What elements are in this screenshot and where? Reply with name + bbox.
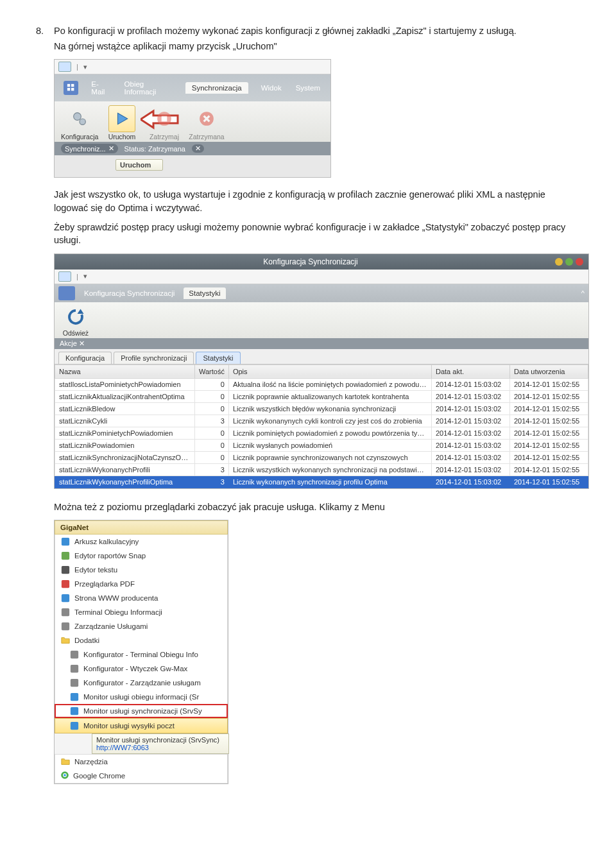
menu-item[interactable]: Konfigurator - Terminal Obiegu Info: [55, 647, 228, 662]
file-tab[interactable]: [64, 81, 78, 95]
menu-footer[interactable]: Google Chrome: [55, 769, 228, 784]
menu-item-label: Konfigurator - Wtyczek Gw-Max: [83, 665, 187, 672]
paragraph: Można też z poziomu przeglądarki zobaczy…: [54, 501, 580, 513]
tab-synchronizacja[interactable]: Synchronizacja: [185, 82, 248, 94]
menu-item[interactable]: Przeglądarka PDF: [55, 577, 228, 591]
menu-item-label: Konfigurator - Terminal Obiegu Info: [83, 651, 198, 658]
chrome-icon: [60, 771, 69, 781]
subtab-konfiguracja[interactable]: Konfiguracja: [58, 352, 112, 364]
menu-item-label: Edytor tekstu: [74, 566, 117, 574]
help-icon[interactable]: ^: [581, 289, 585, 297]
app-icon: [60, 536, 71, 547]
refresh-button[interactable]: Odśwież: [61, 306, 90, 337]
maximize-button[interactable]: [565, 258, 573, 266]
file-tab[interactable]: [58, 286, 75, 300]
close-button[interactable]: [576, 258, 583, 266]
table-row[interactable]: statLicznikAktualizacjiKontrahentOptima0…: [55, 390, 588, 402]
tab-widok[interactable]: Widok: [260, 82, 283, 94]
app-icon: [60, 593, 71, 603]
menu-item-label: Dodatki: [74, 637, 99, 644]
menu-item[interactable]: Terminal Obiegu Informacji: [55, 605, 228, 619]
uruchom-button[interactable]: Uruchom: [103, 105, 141, 141]
svg-rect-16: [62, 566, 69, 574]
tab-statystyki[interactable]: Statystyki: [184, 287, 225, 299]
screenshot-ribbon: | ▾ E-Mail Obieg Informacji Synchronizac…: [54, 59, 331, 178]
tab-system[interactable]: System: [295, 82, 321, 94]
menu-item[interactable]: Edytor tekstu: [55, 563, 228, 577]
app-icon: [60, 579, 71, 589]
qat-divider: |: [76, 63, 78, 71]
app-menu-button[interactable]: [58, 271, 71, 282]
status-left[interactable]: Synchroniz...✕: [61, 144, 118, 153]
close-icon[interactable]: ✕: [108, 144, 114, 153]
col-wartosc[interactable]: Wartość: [195, 364, 229, 378]
menu-item[interactable]: Strona WWW producenta: [55, 591, 228, 605]
tab-obieg[interactable]: Obieg Informacji: [123, 78, 174, 98]
tooltip: Uruchom: [116, 159, 163, 171]
svg-rect-20: [62, 622, 69, 630]
app-icon: [69, 706, 80, 716]
col-opis[interactable]: Opis: [228, 364, 431, 378]
konfiguracja-button[interactable]: Konfiguracja: [61, 105, 98, 141]
ribbon-tabs: E-Mail Obieg Informacji Synchronizacja W…: [55, 74, 330, 101]
menu-item[interactable]: Dodatki: [55, 633, 228, 647]
table-row[interactable]: statLicznikBledow0Licznik wszystkich błę…: [55, 402, 588, 415]
svg-rect-22: [71, 665, 78, 672]
screenshot-stats: Konfiguracja Synchronizacji | ▾ Konfigur…: [54, 253, 589, 489]
table-row[interactable]: statLicznikPowiadomien0Licznik wysłanych…: [55, 439, 588, 451]
table-row[interactable]: statLicznikWykonanychProfili3Licznik wsz…: [55, 463, 588, 475]
app-menu-button[interactable]: [58, 62, 71, 72]
table-row[interactable]: statLicznikWykonanychProfiliOptima›3Licz…: [55, 475, 588, 488]
subtabs: Konfiguracja Profile synchronizacji Stat…: [55, 349, 588, 364]
menu-item[interactable]: Konfigurator - Wtyczek Gw-Max: [55, 662, 228, 676]
zatrzymaj-button[interactable]: Zatrzymaj: [146, 105, 183, 141]
menu-item[interactable]: Monitor usługi obiegu informacji (Sr: [55, 690, 228, 704]
svg-point-4: [74, 113, 81, 121]
svg-rect-1: [71, 84, 74, 87]
menu-item[interactable]: Narzędzia: [55, 754, 228, 769]
col-data-utw[interactable]: Data utworzenia: [510, 364, 588, 378]
svg-rect-26: [71, 722, 78, 730]
menu-item-label: Zarządzanie Usługami: [74, 622, 148, 630]
gears-icon: [71, 110, 89, 128]
svg-point-5: [80, 119, 85, 124]
table-row[interactable]: statIloscListaPominietychPowiadomien0Akt…: [55, 378, 588, 390]
app-icon: [69, 664, 80, 674]
menu-item[interactable]: Konfigurator - Zarządzanie usługam: [55, 676, 228, 690]
table-row[interactable]: statLicznikSynchronizacjiNotaCzynszOptim…: [55, 451, 588, 463]
menu-item-label: Monitor usługi synchronizacji (SrvSy: [83, 707, 202, 715]
zatrzymana-button[interactable]: Zatrzymana: [188, 105, 225, 141]
table-row[interactable]: statLicznikPominietychPowiadomien0Liczni…: [55, 427, 588, 439]
stats-table: Nazwa Wartość Opis Data akt. Data utworz…: [55, 364, 588, 488]
menu-item[interactable]: Edytor raportów Snap: [55, 549, 228, 563]
close-icon[interactable]: ✕: [192, 144, 204, 153]
tab-email[interactable]: E-Mail: [90, 78, 111, 98]
list-number: 8.: [36, 26, 47, 36]
menu-item[interactable]: Monitor usługi synchronizacji (SrvSy: [55, 704, 228, 718]
qat-dropdown-icon[interactable]: ▾: [83, 272, 87, 280]
ribbon-group: Konfiguracja Uruchom Zatrzymaj Zatrzyman…: [55, 101, 330, 142]
table-row[interactable]: statLicznikCykli3Licznik wykonanynych cy…: [55, 415, 588, 427]
subtab-statystyki[interactable]: Statystyki: [196, 352, 240, 364]
grid-icon: [67, 83, 76, 92]
app-icon: [69, 692, 80, 702]
ribbon-group: Odśwież: [55, 302, 588, 338]
svg-rect-9: [162, 116, 167, 122]
subtab-profile[interactable]: Profile synchronizacji: [114, 352, 194, 364]
svg-rect-21: [71, 651, 78, 658]
qat-dropdown-icon[interactable]: ▾: [83, 63, 87, 71]
app-icon: [60, 607, 71, 617]
col-data-akt[interactable]: Data akt.: [432, 364, 510, 378]
tab-konfig-sync[interactable]: Konfiguracja Synchronizacji: [79, 287, 180, 299]
app-icon: [60, 621, 71, 631]
col-nazwa[interactable]: Nazwa: [55, 364, 195, 378]
close-icon[interactable]: ✕: [79, 339, 85, 347]
menu-item[interactable]: Arkusz kalkulacyjny: [55, 535, 228, 549]
minimize-button[interactable]: [555, 258, 563, 266]
paragraph: Jak jest wszystko ok, to usługa wystartu…: [54, 188, 580, 214]
menu-item[interactable]: Monitor usługi wysyłki poczt: [55, 718, 228, 733]
menu-item-label: Edytor raportów Snap: [74, 552, 146, 560]
menu-item-label: Google Chrome: [73, 772, 125, 780]
svg-point-29: [64, 774, 66, 776]
menu-item[interactable]: Zarządzanie Usługami: [55, 619, 228, 633]
